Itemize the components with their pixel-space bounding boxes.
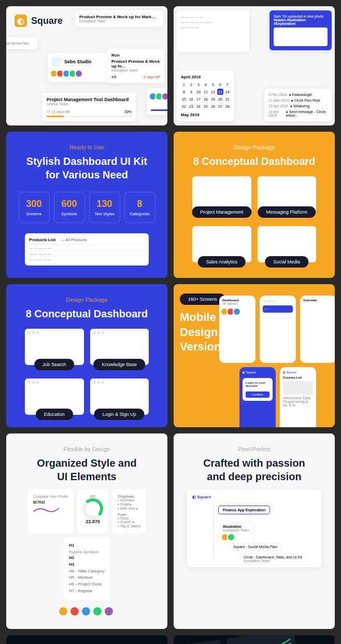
pill-label: Sales Analytics bbox=[197, 256, 246, 268]
hero-panel-1: ◐ Square Product Preview & Mock up for M… bbox=[6, 6, 167, 125]
eyebrow: Design Package bbox=[15, 297, 159, 303]
headline: 8 Conceptual Dashboard bbox=[182, 155, 326, 168]
dark-isometric-panel: Mock up for Mar… e - Dashboard, Stats, a… bbox=[174, 635, 335, 644]
timeline-preview: ◐ Square Finance App Exploration Illustr… bbox=[182, 489, 326, 567]
run-team: Iconspace Team bbox=[111, 68, 160, 72]
products-list-preview: Products List — All Products — — — — — —… bbox=[25, 233, 149, 265]
headline-2: UI Elements bbox=[15, 470, 159, 483]
pill-label: Education bbox=[36, 409, 73, 420]
run-rating: 4/5 bbox=[111, 75, 117, 79]
eyebrow: Pixel-Perfect bbox=[182, 446, 326, 452]
confirm-button[interactable]: Confirm bbox=[246, 391, 269, 398]
cal-month2: May 2019 bbox=[181, 113, 230, 117]
pill-label: Messaging Platform bbox=[258, 206, 316, 218]
precision-panel: Pixel-Perfect Crafted with passion and d… bbox=[174, 433, 335, 629]
calendar-grid: 1234567 891011121314 15161718192021 2223… bbox=[181, 81, 230, 109]
pill-label: Knowledge Base bbox=[93, 359, 145, 370]
upload-card: Sam Tin uploaded a new photo Header-illu… bbox=[269, 10, 332, 50]
headline-2: for Various Need bbox=[15, 168, 159, 181]
dashboards-panel-1: Design Package 8 Conceptual Dashboard Pr… bbox=[174, 132, 335, 278]
stat-item: 8Categories bbox=[124, 192, 155, 223]
elements-panel: Flexible by Design Organized Style and U… bbox=[6, 433, 167, 629]
stat-item: 600Symbols bbox=[54, 192, 85, 223]
donut-card: 897 22.870 bbox=[77, 489, 108, 533]
run-sub: Product Preview & Mock up fo… bbox=[111, 59, 160, 68]
dashboard-thumb: Sales Analytics bbox=[192, 226, 251, 262]
text-block-card: — — — — —— — — — — — —— — — — bbox=[177, 10, 249, 52]
headline-1: Stylish Dashboard UI Kit bbox=[15, 155, 159, 168]
upload-sub: Header-illustration #Exploration bbox=[274, 18, 328, 25]
pill-label: Job Search bbox=[34, 359, 75, 370]
task-title: Product Preview & Mock up for Mark… bbox=[79, 15, 159, 19]
pm-pct: 20% bbox=[124, 110, 132, 114]
people-avatars bbox=[15, 606, 159, 617]
pm-days: 13 days left bbox=[51, 110, 70, 114]
stats-row: 300Screens 600Symbols 130Text Styles 8Ca… bbox=[15, 192, 159, 223]
timeline-task: Square - Social Media Plan bbox=[230, 543, 281, 551]
activity-list: 6 Feb 2018● Kalaukaugkl 21 Mar 2018● Cir… bbox=[264, 89, 332, 121]
headline-1: Crafted with passion bbox=[182, 456, 326, 470]
mobile-mockups: Dashboard Hi James, — — — — Overview ◐ S… bbox=[210, 289, 335, 427]
header-task-card: Product Preview & Mock up for Mark… Icon… bbox=[75, 10, 163, 27]
side-pct: 85% bbox=[151, 104, 167, 107]
side-task-card: Social Media Plan bbox=[6, 37, 37, 49]
pm-title: Project Management Tool Dashboard bbox=[47, 97, 132, 102]
brand-name: Square bbox=[31, 16, 63, 26]
app-window: ◐ Square Finance App Exploration Illustr… bbox=[187, 489, 321, 567]
logo-icon: ◐ bbox=[15, 15, 27, 27]
avatar bbox=[75, 69, 83, 78]
dashboard-thumb: Job Search bbox=[25, 329, 84, 365]
dark-stats-screen: 68% 76% 10,254 1.5% Average Total Sales bbox=[226, 635, 302, 644]
dashboard-thumb: Knowledge Base bbox=[90, 329, 149, 365]
avatar bbox=[161, 92, 167, 101]
task-team: Iconspace Team bbox=[79, 19, 159, 23]
dashboards-panel-2: Design Package 8 Conceptual Dashboard Jo… bbox=[6, 284, 167, 427]
mobile-login-screen: ◐ Square Login to your account Confirm bbox=[239, 367, 276, 427]
timeline-task: Circle - Dashboard, Stats, and UI Kit Ic… bbox=[240, 553, 306, 565]
upload-user: Sam Tin uploaded a new photo bbox=[274, 15, 328, 18]
eyebrow: Flexible by Design bbox=[15, 446, 159, 452]
avatar-row bbox=[52, 69, 116, 78]
calendar-card: April 2019 1234567 891011121314 15161718… bbox=[177, 71, 234, 121]
run-title: Run bbox=[111, 53, 160, 58]
eyebrow: Ready to Use bbox=[15, 144, 159, 150]
headline-2: and deep precision bbox=[182, 470, 326, 483]
pill-label: Social Media bbox=[265, 256, 308, 268]
darkmode-panel: New Update 1.3 Dark Mode in Action! bbox=[6, 635, 167, 644]
mobile-screen: Dashboard Hi James, bbox=[219, 296, 255, 363]
elements-preview: Complete Your Profile $27632 897 22.870 … bbox=[15, 483, 159, 606]
dark-mobile-screen: Mock up for Mar… e - Dashboard, Stats, a… bbox=[174, 639, 228, 644]
mobile-courses-screen: ◐ Square Courses List Introduction Data … bbox=[280, 367, 316, 427]
mobile-screen: Overview bbox=[300, 296, 335, 363]
stat-item: 300Screens bbox=[19, 192, 50, 223]
headline-1: Organized Style and bbox=[15, 456, 159, 470]
sebo-icon bbox=[52, 57, 61, 66]
cal-month: April 2019 bbox=[181, 75, 230, 79]
sebo-name: Sebo Studio bbox=[64, 59, 92, 64]
mobile-panel: 160+ Screens Mobile Design Version Dashb… bbox=[174, 284, 335, 427]
profile-card: Complete Your Profile $27632 bbox=[28, 489, 74, 533]
headline: 8 Conceptual Dashboard bbox=[15, 307, 159, 320]
pm-card: Project Management Tool Dashboard Uranus… bbox=[42, 93, 136, 121]
form-controls-card: Dropdown • Normal ▸ • Small ▸ • With Ico… bbox=[112, 489, 146, 533]
pm-team: Uranus Team bbox=[47, 102, 132, 106]
eyebrow: Design Package bbox=[182, 144, 326, 150]
dashboard-thumb: Login & Sign Up bbox=[90, 379, 149, 415]
timeline-task: Finance App Exploration bbox=[218, 506, 270, 514]
dashboard-thumb: Social Media bbox=[258, 226, 317, 262]
pill-label: Project Management bbox=[192, 206, 251, 218]
donut-chart bbox=[82, 498, 103, 519]
dashboard-thumb: Project Management bbox=[192, 176, 251, 213]
pill-label: Login & Sign Up bbox=[94, 409, 145, 420]
hero-panel-2: Sam Tin uploaded a new photo Header-illu… bbox=[174, 6, 335, 125]
side-task-title: Social Media Plan bbox=[6, 41, 33, 45]
run-deadline: 2 days left bbox=[144, 75, 160, 79]
stats-panel: Ready to Use Stylish Dashboard UI Kit fo… bbox=[6, 132, 167, 278]
timeline-task: Illustration Iconspace Team bbox=[218, 522, 254, 544]
typography-card: H1 Poppins SemiBold H2 H3 H4 - Tittle Ca… bbox=[64, 537, 110, 600]
stat-item: 130Text Styles bbox=[89, 192, 120, 223]
mobile-screen: — — — — bbox=[260, 296, 296, 363]
dashboard-thumb: Education bbox=[25, 379, 84, 415]
run-card: Run Product Preview & Mock up fo… Iconsp… bbox=[107, 49, 164, 83]
side-pct-card: 85% bbox=[147, 88, 167, 115]
